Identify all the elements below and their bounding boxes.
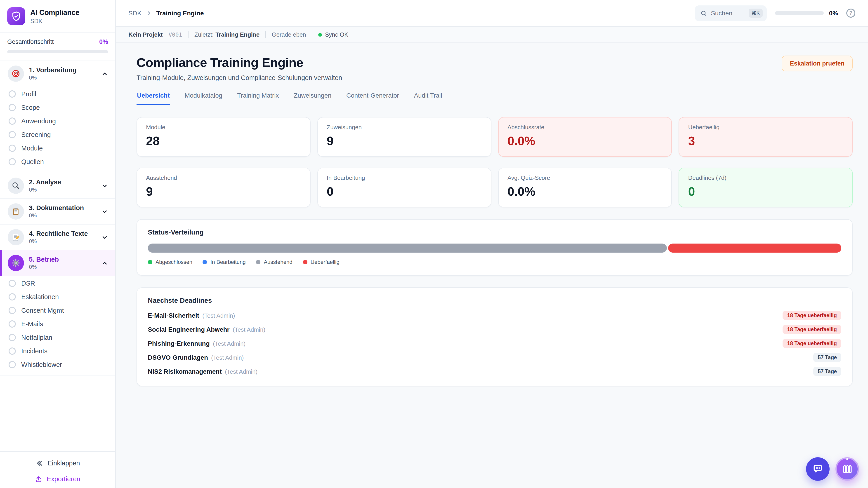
app-title: AI Compliance [30,8,79,17]
sidebar-item-incidents[interactable]: Incidents [0,344,115,358]
chevron-right-icon [146,10,152,16]
topbar-controls: Suchen... ⌘K 0% ? [695,5,855,21]
breadcrumb-current[interactable]: Training Engine [156,9,204,17]
search-input[interactable]: Suchen... ⌘K [695,5,767,21]
section-progress: 0% [29,187,96,193]
tab-training-matrix[interactable]: Training Matrix [237,92,279,105]
check-escalation-button[interactable]: Eskalation pruefen [782,56,852,71]
chat-fab-button[interactable] [806,457,830,481]
stat-card-abschlussrate: Abschlussrate0.0% [498,117,672,157]
breadcrumb-sdk[interactable]: SDK [128,9,142,17]
magnifier-icon [8,177,24,194]
sidebar-item-consent-mgmt[interactable]: Consent Mgmt [0,304,115,317]
section-header-4-rechtliche-texte[interactable]: 4. Rechtliche Texte0% [0,225,115,250]
bar-segment-ausstehend [148,243,667,253]
stat-value: 9 [146,185,301,199]
deadline-assignee: (Test Admin) [213,340,246,347]
sidebar-section-4-rechtliche-texte: 4. Rechtliche Texte0% [0,225,115,250]
section-items: DSREskalationenConsent MgmtE-MailsNotfal… [0,275,115,376]
sidebar-item-profil[interactable]: Profil [0,87,115,101]
deadline-badge: 18 Tage ueberfaellig [783,325,841,334]
sidebar-item-screening[interactable]: Screening [0,128,115,141]
deadline-info: NIS2 Risikomanagement(Test Admin) [148,367,257,376]
deadline-row: Phishing-Erkennung(Test Admin)18 Tage ue… [148,339,841,348]
sidebar-item-label: Consent Mgmt [21,307,64,314]
sidebar-item-anwendung[interactable]: Anwendung [0,114,115,128]
divider [188,31,188,38]
deadline-module-name: Phishing-Erkennung [148,340,210,347]
deadline-assignee: (Test Admin) [233,326,266,333]
tab-content-generator[interactable]: Content-Generator [346,92,399,105]
sidebar-item-e-mails[interactable]: E-Mails [0,317,115,331]
sidebar-item-label: Screening [21,131,51,138]
section-progress: 0% [29,264,96,270]
sidebar-item-scope[interactable]: Scope [0,101,115,114]
sidebar-item-whistleblower[interactable]: Whistleblower [0,358,115,371]
sidebar-item-notfallplan[interactable]: Notfallplan [0,331,115,344]
tab-modulkatalog[interactable]: Modulkatalog [184,92,223,105]
stat-label: Ausstehend [146,174,301,181]
sidebar-item-label: Anwendung [21,118,56,125]
stat-card-ausstehend: Ausstehend9 [136,168,311,207]
stat-value: 9 [327,134,482,148]
sidebar-item-dsr[interactable]: DSR [0,276,115,290]
section-header-1-vorbereitung[interactable]: 1. Vorbereitung0% [0,61,115,86]
tab-audit-trail[interactable]: Audit Trail [413,92,442,105]
stat-card-in-bearbeitung: In Bearbeitung0 [317,168,491,207]
stat-value: 0.0% [507,134,662,148]
section-titles: 3. Dokumentation0% [29,204,96,219]
section-header-5-betrieb[interactable]: 5. Betrieb0% [0,250,115,275]
columns-fab-button[interactable] [835,457,859,481]
legend-item-ueberfaellig: Ueberfaellig [303,259,340,265]
sidebar-item-quellen[interactable]: Quellen [0,155,115,168]
stats-grid: Module28Zuweisungen9Abschlussrate0.0%Ueb… [136,117,852,207]
sidebar-item-label: DSR [21,280,35,287]
tab-zuweisungen[interactable]: Zuweisungen [293,92,332,105]
sidebar-section-1-vorbereitung: 1. Vorbereitung0%ProfilScopeAnwendungScr… [0,61,115,173]
collapse-sidebar-button[interactable]: Einklappen [7,459,108,467]
overall-progress-block: Gesamtfortschritt 0% [0,33,115,61]
deadline-row: E-Mail-Sicherheit(Test Admin)18 Tage ueb… [148,311,841,320]
status-circle-icon [8,361,16,368]
tab-uebersicht[interactable]: Uebersicht [136,92,170,105]
sidebar-item-eskalationen[interactable]: Eskalationen [0,290,115,304]
chat-bubble-icon [812,463,824,475]
stat-card-deadlines-7d: Deadlines (7d)0 [679,168,853,207]
section-title: 1. Vorbereitung [29,66,96,74]
stat-label: Abschlussrate [507,124,662,131]
status-circle-icon [8,118,16,125]
sidebar-item-label: Whistleblower [21,361,62,368]
section-titles: 5. Betrieb0% [29,256,96,270]
stat-label: Zuweisungen [327,124,482,131]
status-distribution-title: Status-Verteilung [148,228,841,236]
deadline-assignee: (Test Admin) [202,312,235,319]
status-circle-icon [8,280,16,287]
stat-label: In Bearbeitung [327,174,482,181]
sidebar-section-5-betrieb: 5. Betrieb0%DSREskalationenConsent MgmtE… [0,250,115,376]
sidebar-item-module[interactable]: Module [0,141,115,155]
section-header-2-analyse[interactable]: 2. Analyse0% [0,173,115,198]
deadline-info: Phishing-Erkennung(Test Admin) [148,339,246,348]
stat-card-module: Module28 [136,117,311,157]
page-heading: Compliance Training Engine Training-Modu… [136,56,342,81]
last-sync-time: Gerade eben [272,31,306,38]
main-column: SDK Training Engine Suchen... ⌘K 0% ? [116,0,868,488]
chevron-down-icon [101,182,108,189]
tab-bar: UebersichtModulkatalogTraining MatrixZuw… [136,92,852,105]
overall-progress-value: 0% [99,38,108,45]
section-title: 5. Betrieb [29,256,96,263]
sync-status: Sync OK [318,31,348,38]
sidebar-section-2-analyse: 2. Analyse0% [0,173,115,199]
deadline-row: NIS2 Risikomanagement(Test Admin)57 Tage [148,367,841,376]
help-icon[interactable]: ? [846,8,855,18]
deadlines-card: Naechste Deadlines E-Mail-Sicherheit(Tes… [136,287,852,386]
export-button[interactable]: Exportieren [7,475,108,483]
status-distribution-legend: AbgeschlossenIn BearbeitungAusstehendUeb… [148,259,841,265]
floating-buttons [806,457,859,481]
legend-dot-icon [148,260,152,264]
sidebar-item-label: Profil [21,90,36,98]
section-header-3-dokumentation[interactable]: 3. Dokumentation0% [0,199,115,224]
search-icon [701,10,707,17]
sidebar-item-label: Scope [21,104,40,111]
deadline-module-name: NIS2 Risikomanagement [148,368,222,375]
